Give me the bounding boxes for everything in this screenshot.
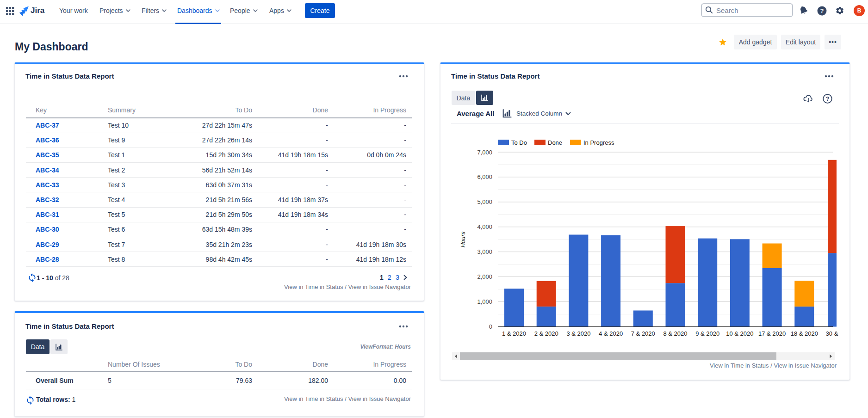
svg-text:In Progress: In Progress xyxy=(583,139,614,146)
svg-text:7 & 2020: 7 & 2020 xyxy=(631,330,655,337)
svg-text:10 & 2020: 10 & 2020 xyxy=(726,330,753,337)
svg-text:18 & 2020: 18 & 2020 xyxy=(791,330,818,337)
svg-text:4 & 2020: 4 & 2020 xyxy=(599,330,623,337)
svg-text:30 &: 30 & xyxy=(826,330,838,337)
svg-text:2,000: 2,000 xyxy=(477,273,492,280)
svg-text:4,000: 4,000 xyxy=(477,223,492,230)
svg-text:?: ? xyxy=(820,7,824,14)
svg-text:8 & 2020: 8 & 2020 xyxy=(663,330,687,337)
svg-text:6,000: 6,000 xyxy=(477,173,492,180)
svg-text:9 & 2020: 9 & 2020 xyxy=(695,330,719,337)
svg-text:5,000: 5,000 xyxy=(477,198,492,205)
svg-text:17 & 2020: 17 & 2020 xyxy=(758,330,786,337)
svg-text:7,000: 7,000 xyxy=(477,149,492,156)
svg-text:Done: Done xyxy=(548,139,562,146)
svg-text:2 & 2020: 2 & 2020 xyxy=(534,330,558,337)
svg-text:Hours: Hours xyxy=(459,231,466,247)
svg-text:1,000: 1,000 xyxy=(477,298,492,305)
svg-text:3 & 2020: 3 & 2020 xyxy=(566,330,590,337)
svg-text:To Do: To Do xyxy=(511,139,527,146)
svg-text:3,000: 3,000 xyxy=(477,248,492,255)
svg-text:0: 0 xyxy=(489,323,492,330)
svg-text:1 & 2020: 1 & 2020 xyxy=(502,330,526,337)
